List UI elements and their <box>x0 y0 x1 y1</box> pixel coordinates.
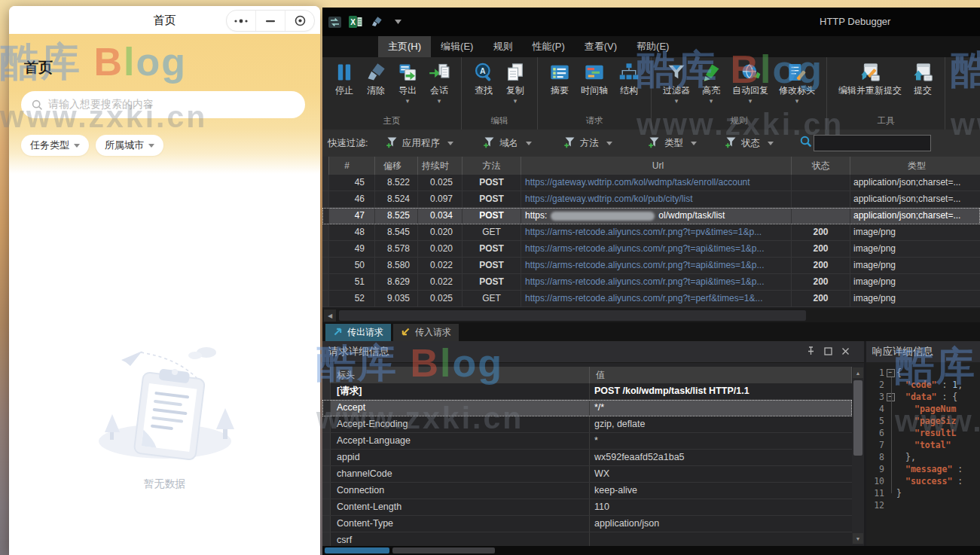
ribbon-button-autoreply[interactable]: 自动回复▾ <box>727 60 774 114</box>
sync-button[interactable] <box>327 14 342 29</box>
header-row[interactable]: Accept*/* <box>322 400 852 416</box>
clear-icon <box>365 62 386 83</box>
filter-search-input[interactable] <box>814 135 931 151</box>
grid-column-header-5[interactable]: Url <box>521 157 792 175</box>
ribbon-button-clear[interactable]: 清除 <box>360 60 392 114</box>
header-row[interactable]: Connectionkeep-alive <box>322 483 852 499</box>
grid-column-header-6[interactable]: 状态 <box>792 157 850 175</box>
quick-filter-3[interactable]: 方法 <box>563 130 612 157</box>
header-row[interactable]: appidwx592feaafd52a1ba5 <box>322 450 852 466</box>
quick-filter-5[interactable]: 状态 <box>725 130 774 157</box>
tab-incoming-requests[interactable]: 传入请求 <box>393 324 459 341</box>
ribbon-button-submit[interactable]: 提交 <box>907 60 939 114</box>
header-row[interactable]: Content-Typeapplication/json <box>322 516 852 532</box>
cell-method: POST <box>463 208 521 224</box>
table-row[interactable]: 468.5240.097POSThttps://gateway.wdtrip.c… <box>322 191 980 208</box>
ribbon-button-editresubmit[interactable]: 编辑并重新提交 <box>833 60 907 114</box>
code-line: 6"resultL <box>866 427 980 439</box>
table-row[interactable]: 529.0350.025GEThttps://arms-retcode.aliy… <box>322 291 980 307</box>
ribbon-button-structure[interactable]: 结构 <box>613 60 645 114</box>
grid-column-header-2[interactable]: 偏移 <box>375 157 418 175</box>
filter-pill-2[interactable]: 所属城市 <box>96 135 163 156</box>
cell-method: POST <box>463 175 521 191</box>
menu-tab-4[interactable]: 性能(P) <box>522 36 574 57</box>
quick-filter-label: 快速过滤: <box>328 130 368 157</box>
table-row[interactable]: 498.5780.020POSThttps://arms-retcode.ali… <box>322 241 980 258</box>
grid-column-header-1[interactable]: # <box>329 157 375 175</box>
table-row[interactable]: 488.5450.020GEThttps://arms-retcode.aliy… <box>322 224 980 241</box>
code-line: 5"pageSiz <box>866 415 980 427</box>
quick-access-dropdown[interactable] <box>390 14 405 29</box>
scrollbar-thumb[interactable] <box>325 547 389 553</box>
search-input[interactable]: 请输入想要搜索的内容 <box>21 91 305 118</box>
code-token: "message" <box>905 464 952 474</box>
table-row[interactable]: 518.6290.022POSThttps://arms-retcode.ali… <box>322 274 980 291</box>
menu-tab-6[interactable]: 帮助(E) <box>627 36 679 57</box>
table-row[interactable]: 508.5800.022POSThttps://arms-retcode.ali… <box>322 258 980 274</box>
scroll-down-arrow-icon[interactable]: ▼ <box>853 533 863 544</box>
grid-horizontal-scrollbar[interactable]: ◀ <box>322 309 980 322</box>
code-token: "pageSiz <box>914 416 956 426</box>
ribbon-button-find[interactable]: A查找 <box>468 60 499 114</box>
quick-filter-4[interactable]: 类型 <box>648 130 697 157</box>
header-row[interactable]: Accept-Language* <box>322 433 852 450</box>
scroll-left-arrow-icon[interactable]: ◀ <box>324 310 336 322</box>
line-number: 10 <box>866 475 884 487</box>
headers-vertical-scrollbar[interactable]: ▲ ▼ <box>852 367 864 544</box>
filter-plus-icon <box>483 136 496 151</box>
scroll-up-arrow-icon[interactable]: ▲ <box>853 367 863 378</box>
more-button[interactable] <box>227 11 255 31</box>
window-bottom-scrollbar[interactable] <box>322 546 980 555</box>
ribbon-button-export[interactable]: 导出▾ <box>392 60 423 114</box>
scrollbar-segment[interactable] <box>392 547 495 553</box>
ribbon-button-timeline[interactable]: 时间轴 <box>575 60 613 114</box>
ribbon-button-summary[interactable]: 摘要 <box>544 60 575 114</box>
ribbon-button-filter[interactable]: 过滤器▾ <box>658 60 695 114</box>
scrollbar-thumb[interactable] <box>853 380 862 456</box>
quick-filter-label: 状态 <box>741 137 760 150</box>
chevron-down-icon: ▾ <box>438 98 441 105</box>
header-row[interactable]: Content-Length110 <box>322 499 852 516</box>
clear-quick-button[interactable] <box>369 14 384 29</box>
table-row[interactable]: 478.5250.034POSThttps:ol/wdmp/task/lista… <box>322 208 980 224</box>
close-button[interactable] <box>285 11 314 31</box>
quick-filter-2[interactable]: 域名 <box>483 130 532 157</box>
quick-filter-1[interactable]: 应用程序 <box>386 130 453 157</box>
line-number: 11 <box>866 487 884 499</box>
code-line: 7"total" <box>866 439 980 451</box>
grid-column-header-7[interactable]: 类型 <box>850 157 980 175</box>
maximize-icon[interactable] <box>823 346 833 356</box>
menu-tab-5[interactable]: 查看(V) <box>575 36 627 57</box>
export-excel-button[interactable]: X <box>348 14 363 29</box>
minimize-button[interactable] <box>255 11 285 31</box>
fold-toggle-icon[interactable]: − <box>887 369 895 377</box>
ribbon-button-modheaders[interactable]: 修改标头▾ <box>774 60 820 114</box>
scrollbar-thumb[interactable] <box>339 310 806 321</box>
header-row[interactable]: [请求]POST /kol/wdmp/task/list HTTP/1.1 <box>322 383 852 400</box>
ribbon-button-stop[interactable]: 停止 <box>328 60 360 114</box>
menu-tab-3[interactable]: 规则 <box>483 36 522 57</box>
ribbon-button-highlight[interactable]: 高亮▾ <box>695 60 727 114</box>
header-row[interactable]: channelCodeWX <box>322 466 852 483</box>
headers-column-value[interactable]: 值 <box>590 367 852 383</box>
headers-column-name[interactable]: 标头 <box>331 367 590 383</box>
filter-pill-1[interactable]: 任务类型 <box>21 135 89 156</box>
session-icon <box>429 62 450 83</box>
row-gutter <box>322 499 331 515</box>
request-direction-tabs: 传出请求传入请求 <box>322 322 980 341</box>
menu-tab-1[interactable]: 主页(H) <box>378 36 431 57</box>
tab-outgoing-requests[interactable]: 传出请求 <box>325 324 391 341</box>
ribbon-button-copy[interactable]: 复制▾ <box>499 60 531 114</box>
grid-column-header-4[interactable]: 方法 <box>463 157 521 175</box>
close-icon[interactable] <box>840 346 850 356</box>
menu-tab-2[interactable]: 编辑(E) <box>431 36 483 57</box>
grid-column-header-3[interactable]: 持续时间 <box>418 157 463 175</box>
cell-offset: 8.578 <box>375 241 418 257</box>
filter-search-icon <box>800 136 812 151</box>
table-row[interactable]: 458.5220.025POSThttps://gateway.wdtrip.c… <box>322 175 980 191</box>
ribbon-button-session[interactable]: 会话▾ <box>423 60 455 114</box>
fold-toggle-icon[interactable]: − <box>887 393 895 401</box>
header-row[interactable]: Accept-Encodinggzip, deflate <box>322 416 852 433</box>
header-row[interactable]: csrf <box>322 532 852 546</box>
pin-icon[interactable] <box>805 346 816 356</box>
